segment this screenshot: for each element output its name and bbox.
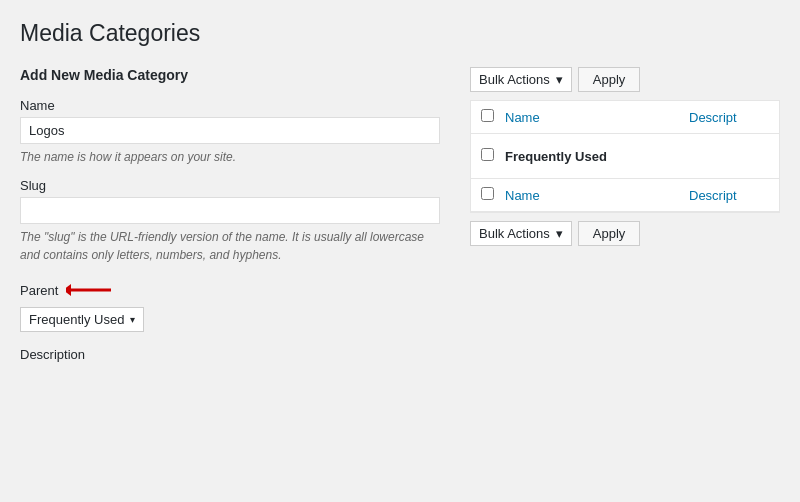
- bulk-actions-top-select[interactable]: Bulk Actions ▾: [470, 67, 572, 92]
- row-name-cell: Frequently Used: [505, 149, 689, 164]
- categories-table: Name Descript Frequently Used: [470, 100, 780, 213]
- slug-label: Slug: [20, 178, 440, 193]
- desc-column-header[interactable]: Descript: [689, 110, 769, 125]
- name-group: Name The name is how it appears on your …: [20, 98, 440, 166]
- description-label: Description: [20, 347, 440, 362]
- bulk-actions-bottom-label: Bulk Actions: [479, 226, 550, 241]
- apply-top-button[interactable]: Apply: [578, 67, 641, 92]
- bottom-header-checkbox-col: [481, 187, 505, 203]
- left-panel: Add New Media Category Name The name is …: [20, 67, 440, 374]
- slug-group: Slug The "slug" is the URL-friendly vers…: [20, 178, 440, 264]
- row-checkbox[interactable]: [481, 148, 494, 161]
- right-panel: Bulk Actions ▾ Apply Name Descript: [470, 67, 780, 246]
- red-arrow-icon: [66, 279, 116, 301]
- parent-section: Parent Frequently Used ▾: [20, 279, 440, 332]
- row-checkbox-col: [481, 148, 505, 164]
- top-toolbar: Bulk Actions ▾ Apply: [470, 67, 780, 92]
- parent-select-text: Frequently Used: [29, 312, 124, 327]
- name-hint: The name is how it appears on your site.: [20, 148, 440, 166]
- bottom-name-column-header[interactable]: Name: [505, 188, 689, 203]
- name-input[interactable]: [20, 117, 440, 144]
- page-title: Media Categories: [20, 20, 780, 47]
- bottom-desc-column-header[interactable]: Descript: [689, 188, 769, 203]
- parent-select-arrow: ▾: [130, 314, 135, 325]
- name-column-header[interactable]: Name: [505, 110, 689, 125]
- bulk-actions-bottom-select[interactable]: Bulk Actions ▾: [470, 221, 572, 246]
- description-group: Description: [20, 347, 440, 362]
- apply-bottom-button[interactable]: Apply: [578, 221, 641, 246]
- parent-label: Parent: [20, 283, 58, 298]
- slug-hint: The "slug" is the URL-friendly version o…: [20, 228, 440, 264]
- frequently-used-label[interactable]: Frequently Used: [505, 149, 607, 164]
- section-title: Add New Media Category: [20, 67, 440, 83]
- slug-input[interactable]: [20, 197, 440, 224]
- header-checkbox-col: [481, 109, 505, 125]
- bulk-actions-top-label: Bulk Actions: [479, 72, 550, 87]
- table-row: Frequently Used: [471, 134, 779, 179]
- bottom-toolbar: Bulk Actions ▾ Apply: [470, 221, 780, 246]
- bulk-actions-bottom-arrow: ▾: [556, 226, 563, 241]
- name-label: Name: [20, 98, 440, 113]
- bottom-header-checkbox[interactable]: [481, 187, 494, 200]
- table-bottom-header-row: Name Descript: [471, 179, 779, 212]
- bulk-actions-top-arrow: ▾: [556, 72, 563, 87]
- table-header-row: Name Descript: [471, 101, 779, 134]
- header-checkbox[interactable]: [481, 109, 494, 122]
- parent-select[interactable]: Frequently Used ▾: [20, 307, 144, 332]
- svg-marker-1: [66, 284, 71, 296]
